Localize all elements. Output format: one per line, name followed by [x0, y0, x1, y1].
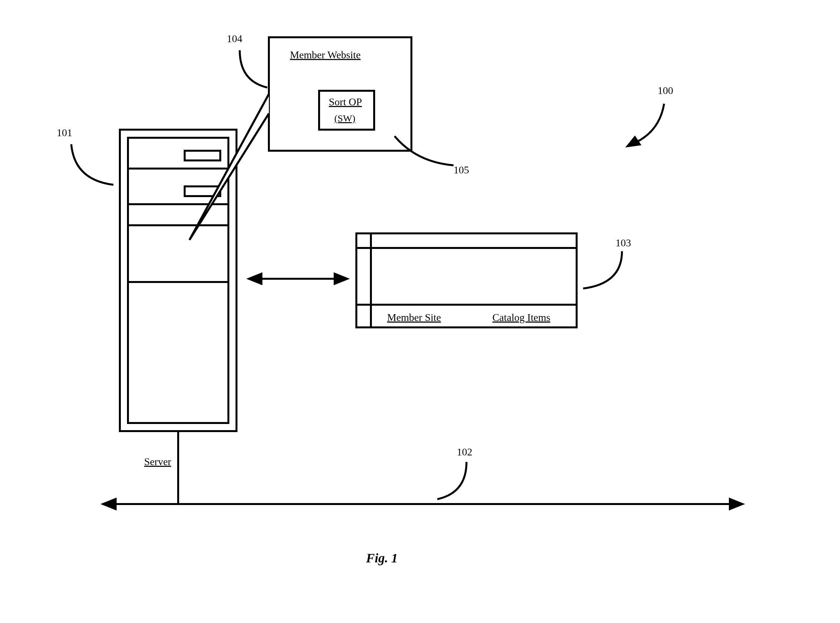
sort-op-line2: (SW)	[334, 113, 355, 124]
network-line	[100, 497, 745, 511]
diagram-figure: Server Member Site Catalog Items Memb	[0, 0, 840, 623]
sort-op-line1: Sort OP	[329, 96, 362, 107]
server-label: Server	[144, 456, 171, 467]
ref-102-leader	[437, 462, 467, 499]
svg-rect-1	[128, 138, 228, 423]
catalog-items-label: Catalog Items	[493, 312, 550, 323]
svg-marker-9	[100, 497, 116, 511]
ref-101: 101	[57, 127, 72, 138]
ref-102: 102	[457, 446, 472, 458]
svg-rect-2	[185, 151, 220, 160]
ref-105: 105	[453, 164, 469, 176]
ref-103-leader	[583, 251, 622, 288]
svg-marker-13	[334, 272, 350, 285]
ref-104-leader	[240, 50, 267, 87]
ref-103: 103	[615, 237, 631, 249]
ref-101-leader	[71, 144, 113, 185]
server-db-arrow	[246, 272, 350, 285]
ref-104: 104	[227, 33, 242, 44]
svg-marker-10	[729, 497, 745, 511]
figure-label: Fig. 1	[366, 551, 398, 565]
svg-marker-12	[246, 272, 262, 285]
member-website-label: Member Website	[290, 49, 361, 61]
server-tower	[120, 130, 237, 431]
ref-100: 100	[658, 84, 673, 96]
member-site-label: Member Site	[387, 312, 441, 323]
